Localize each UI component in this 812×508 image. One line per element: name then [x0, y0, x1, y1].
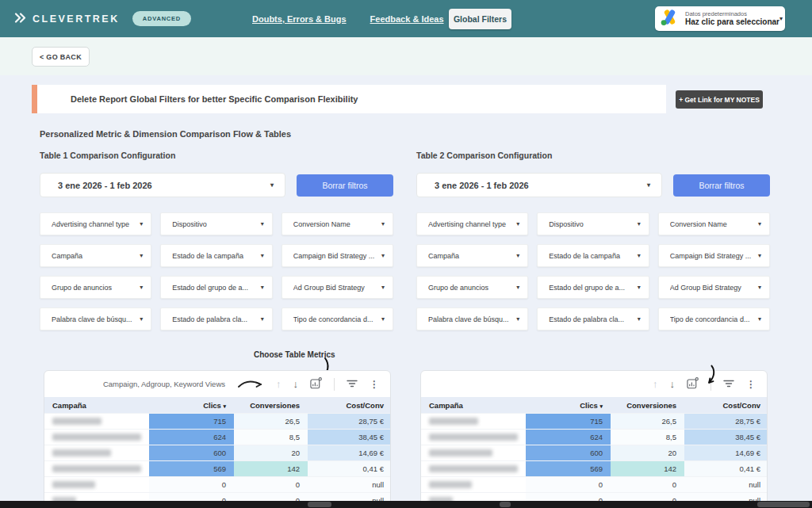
filter-label: Campaign Bid Strategy ... — [293, 252, 381, 260]
date-range-select[interactable]: 3 ene 2026 - 1 feb 2026 ▾ — [40, 173, 285, 197]
nav-link-feedback[interactable]: Feedback & Ideas — [370, 14, 444, 24]
kebab-menu-icon[interactable]: ⋮ — [746, 380, 756, 389]
filter-label: Estado del grupo de a... — [172, 284, 260, 292]
clear-filters-button[interactable]: Borrar filtros — [297, 174, 393, 197]
top-header: CLEVERTREK ADVANCED Doubts, Errors & Bug… — [0, 0, 812, 37]
get-link-notes-button[interactable]: + Get Link for MY NOTES — [676, 90, 763, 109]
filter-dropdown-estado-grupo[interactable]: Estado del grupo de a...▾ — [537, 276, 649, 299]
sort-descending-icon[interactable]: ↓ — [293, 379, 299, 389]
filter-dropdown-advertising-channel-type[interactable]: Advertising channel type▾ — [40, 212, 151, 235]
filter-dropdown-palabra-clave[interactable]: Palabra clave de búsqu...▾ — [40, 307, 151, 330]
chart-config-icon[interactable] — [687, 377, 699, 391]
chevron-down-icon: ▾ — [638, 252, 641, 259]
filter-dropdown-estado-campana[interactable]: Estado de la campaña▾ — [160, 244, 272, 267]
sort-descending-icon[interactable]: ↓ — [670, 379, 676, 389]
filter-dropdown-grupo-anuncios[interactable]: Grupo de anuncios▾ — [416, 276, 528, 299]
chevron-down-icon: ▾ — [638, 284, 641, 291]
filter-dropdown-adgroup-bid-strategy[interactable]: Ad Group Bid Strategy▾ — [282, 276, 393, 299]
filter-dropdown-tipo-concordancia[interactable]: Tipo de concordancia d...▾ — [282, 307, 393, 330]
chevron-down-icon: ▾ — [261, 315, 264, 323]
column-header-clics[interactable]: Clics ▾ — [149, 401, 234, 410]
chevron-down-icon: ▾ — [516, 252, 519, 259]
nav-link-doubts[interactable]: Doubts, Errors & Bugs — [252, 14, 347, 24]
section-title: Personalized Metric & Dimension Comparis… — [40, 129, 291, 139]
cost-conv-cell: 28,75 € — [308, 414, 391, 429]
filter-icon[interactable] — [723, 379, 734, 389]
cost-conv-cell: 38,45 € — [308, 430, 391, 445]
scrollbar-thumb[interactable] — [308, 502, 331, 507]
filter-icon[interactable] — [347, 379, 358, 389]
filter-dropdown-estado-palabra[interactable]: Estado de palabra cla...▾ — [537, 307, 649, 330]
filter-label: Dispositivo — [549, 220, 637, 228]
sort-ascending-icon[interactable]: ↑ — [653, 379, 658, 389]
filter-dropdown-campana[interactable]: Campaña▾ — [40, 244, 151, 267]
table-row: 715 26,5 28,75 € — [44, 413, 390, 429]
clics-cell: 715 — [149, 414, 234, 429]
chevron-down-icon: ▾ — [261, 252, 264, 259]
chevron-down-icon: ▾ — [758, 220, 761, 227]
cost-conv-cell: 14,69 € — [684, 445, 768, 460]
comparison-table-2: ↑ ↓ ⋮ Campaña Clics ▾ Conversiones Cost — [420, 370, 768, 508]
column-header-campana[interactable]: Campaña — [421, 401, 526, 410]
datasource-selector[interactable]: Datos predeterminados Haz clic para sele… — [655, 6, 785, 31]
clevertrek-logo-icon — [14, 12, 26, 26]
scrollbar-thumb[interactable] — [500, 502, 511, 507]
date-range-select[interactable]: 3 ene 2026 - 1 feb 2026 ▾ — [416, 173, 662, 197]
filter-dropdown-estado-grupo[interactable]: Estado del grupo de a...▾ — [160, 276, 272, 299]
horizontal-scrollbar[interactable] — [0, 501, 812, 508]
column-header-conversiones[interactable]: Conversiones — [234, 401, 308, 410]
chevron-down-icon: ▾ — [140, 220, 143, 227]
filter-dropdown-dispositivo[interactable]: Dispositivo▾ — [537, 212, 649, 235]
filter-dropdown-campaign-bid-strategy[interactable]: Campaign Bid Strategy ...▾ — [282, 244, 393, 267]
banner-accent-bar — [32, 85, 37, 113]
info-banner: Delete Report Global Filters for better … — [32, 85, 666, 113]
column-header-cost-conv[interactable]: Cost/Conv — [308, 401, 391, 410]
column-header-conversiones[interactable]: Conversiones — [611, 401, 684, 410]
filter-label: Tipo de concordancia d... — [670, 315, 758, 323]
table-row: 0 0 null — [421, 476, 767, 492]
filter-label: Estado de la campaña — [172, 252, 260, 260]
filter-dropdown-advertising-channel-type[interactable]: Advertising channel type▾ — [416, 212, 528, 235]
clics-cell: 0 — [149, 477, 234, 492]
filter-label: Conversion Name — [293, 220, 381, 228]
cost-conv-cell: 14,69 € — [308, 445, 391, 460]
filter-dropdown-conversion-name[interactable]: Conversion Name▾ — [282, 212, 393, 235]
filter-dropdown-estado-campana[interactable]: Estado de la campaña▾ — [537, 244, 649, 267]
filter-dropdown-conversion-name[interactable]: Conversion Name▾ — [658, 212, 770, 235]
cost-conv-cell: null — [308, 477, 391, 492]
filter-label: Campaña — [52, 252, 140, 260]
filter-dropdown-estado-palabra[interactable]: Estado de palabra cla...▾ — [160, 307, 272, 330]
kebab-menu-icon[interactable]: ⋮ — [370, 380, 379, 389]
header-nav: Doubts, Errors & Bugs Feedback & Ideas — [252, 0, 444, 37]
chart-config-icon[interactable] — [310, 377, 322, 391]
brand: CLEVERTREK ADVANCED — [14, 0, 191, 37]
column-header-clics[interactable]: Clics ▾ — [526, 401, 611, 410]
filter-dropdown-dispositivo[interactable]: Dispositivo▾ — [160, 212, 272, 235]
clear-filters-button[interactable]: Borrar filtros — [673, 174, 770, 197]
filter-dropdown-palabra-clave[interactable]: Palabra clave de búsqu...▾ — [416, 307, 528, 330]
filter-dropdown-adgroup-bid-strategy[interactable]: Ad Group Bid Strategy▾ — [658, 276, 770, 299]
toolbar-divider — [334, 378, 335, 391]
column-header-campana[interactable]: Campaña — [44, 401, 149, 410]
table-row: 624 8,5 38,45 € — [44, 429, 390, 445]
filter-dropdown-grupo-anuncios[interactable]: Grupo de anuncios▾ — [40, 276, 151, 299]
go-back-button[interactable]: < GO BACK — [32, 47, 90, 67]
global-filters-button[interactable]: Global Filters — [449, 9, 511, 29]
table-row: 715 26,5 28,75 € — [421, 413, 767, 429]
datasource-subtitle: Haz clic para seleccionar — [685, 17, 779, 28]
comparison-table-1: Campaign, Adgroup, Keyword Views ↑ ↓ — [44, 370, 391, 508]
filter-label: Palabra clave de búsqu... — [52, 315, 140, 323]
table2-config-panel: Table 2 Comparison Configuration 3 ene 2… — [416, 151, 770, 339]
sort-ascending-icon[interactable]: ↑ — [276, 379, 282, 389]
filter-dropdown-campana[interactable]: Campaña▾ — [416, 244, 528, 267]
scrollbar-thumb[interactable] — [757, 502, 810, 507]
filter-label: Estado de palabra cla... — [549, 315, 637, 323]
filter-label: Conversion Name — [670, 220, 758, 228]
filter-dropdown-tipo-concordancia[interactable]: Tipo de concordancia d...▾ — [658, 307, 770, 330]
table-row: 569 142 0,41 € — [421, 460, 767, 476]
campaign-name-redacted — [44, 430, 149, 445]
column-header-cost-conv[interactable]: Cost/Conv — [684, 401, 768, 410]
filter-label: Grupo de anuncios — [428, 284, 516, 292]
conversiones-cell: 20 — [234, 445, 308, 460]
filter-dropdown-campaign-bid-strategy[interactable]: Campaign Bid Strategy ...▾ — [658, 244, 770, 267]
